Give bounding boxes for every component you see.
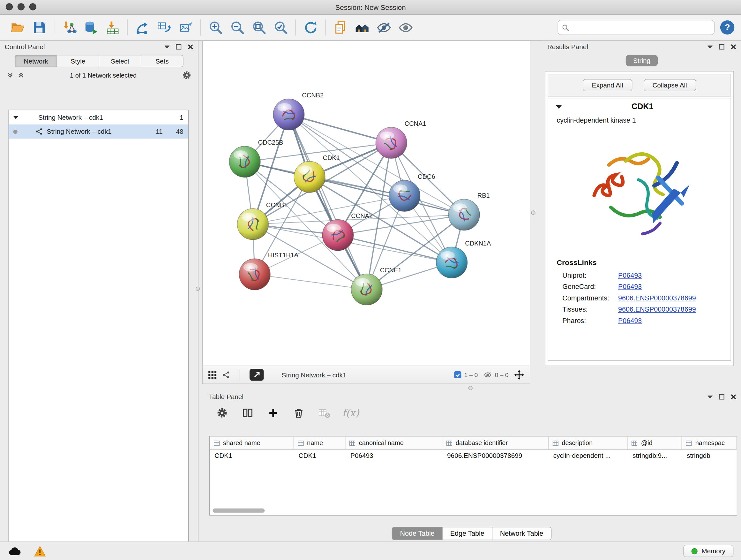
delete-column-button[interactable] [291, 406, 306, 421]
network-view-share-icon[interactable] [222, 371, 230, 379]
help-button[interactable]: ? [720, 20, 734, 35]
node-HIST1H1A[interactable]: HIST1H1A [239, 252, 299, 290]
float-panel-icon[interactable] [719, 44, 724, 50]
column-header[interactable]: description [549, 436, 628, 449]
table-cell[interactable]: cyclin-dependent ... [549, 450, 628, 462]
tab-style[interactable]: Style [57, 55, 99, 67]
tab-string[interactable]: String [625, 55, 658, 66]
panel-menu-icon[interactable] [708, 395, 713, 398]
network-collection-row[interactable]: String Network – cdk1 1 [9, 110, 188, 124]
expand-all-button[interactable]: Expand All [583, 79, 632, 91]
network-from-table-button[interactable] [153, 17, 175, 37]
tab-node-table[interactable]: Node Table [392, 527, 443, 540]
show-columns-button[interactable] [240, 406, 255, 421]
save-floppy-icon [32, 20, 47, 35]
table-horizontal-scrollbar[interactable] [212, 509, 265, 513]
save-session-button[interactable] [28, 17, 50, 37]
node-CDK1[interactable]: CDK1 [294, 154, 340, 192]
new-network-button[interactable] [131, 17, 153, 37]
gene-collapse-icon[interactable] [556, 105, 562, 109]
tab-network-table[interactable]: Network Table [492, 527, 551, 540]
memory-button[interactable]: Memory [684, 545, 733, 557]
column-header[interactable]: namespac [682, 436, 737, 449]
vertical-splitter-handle[interactable] [531, 210, 536, 214]
cloud-icon[interactable] [8, 546, 22, 557]
horizontal-splitter-handle[interactable] [468, 386, 473, 390]
export-image-button[interactable] [175, 17, 197, 37]
warning-icon[interactable] [34, 546, 46, 557]
clipboard-button[interactable] [329, 17, 351, 37]
table-row[interactable]: CDK1CDK1P064939606.ENSP00000378699cyclin… [210, 450, 737, 462]
zoom-out-button[interactable] [226, 17, 248, 37]
expand-tree-icon[interactable] [7, 72, 14, 78]
crosslink-link[interactable]: 9606.ENSP00000378699 [618, 294, 696, 302]
plus-icon [267, 407, 279, 419]
zoom-in-button[interactable] [205, 17, 226, 37]
tab-select[interactable]: Select [99, 55, 141, 67]
crosslink-link[interactable]: P06493 [618, 317, 642, 325]
import-network-database-button[interactable] [80, 17, 102, 37]
import-table-button[interactable] [102, 17, 123, 37]
edge-HIST1H1A-CCNE1[interactable] [255, 274, 367, 289]
tab-network[interactable]: Network [15, 55, 57, 67]
table-cell[interactable]: stringdb [682, 450, 737, 462]
pan-crosshair-icon[interactable] [514, 370, 524, 380]
detach-view-button[interactable] [250, 369, 264, 381]
create-column-button[interactable] [266, 406, 280, 421]
table-cell[interactable]: CDK1 [294, 450, 346, 462]
node-RB1[interactable]: RB1 [448, 192, 489, 230]
collapse-all-button[interactable]: Collapse All [643, 79, 696, 91]
grid-view-icon[interactable] [208, 371, 216, 379]
table-cell[interactable]: 9606.ENSP00000378699 [442, 450, 549, 462]
tree-expander-icon[interactable] [13, 116, 18, 119]
zoom-fit-button[interactable] [248, 17, 270, 37]
import-network-file-button[interactable] [58, 17, 80, 37]
first-neighbors-button[interactable] [351, 17, 373, 37]
column-header[interactable]: name [294, 436, 346, 449]
column-header[interactable]: database identifier [442, 436, 549, 449]
column-header[interactable]: canonical name [346, 436, 442, 449]
zoom-window-button[interactable] [29, 3, 37, 10]
close-panel-icon[interactable] [731, 394, 736, 400]
close-window-button[interactable] [6, 3, 13, 10]
close-panel-icon[interactable] [188, 44, 193, 50]
show-all-button[interactable] [395, 17, 416, 37]
tab-sets[interactable]: Sets [141, 55, 183, 67]
node-CDKN1A[interactable]: CDKN1A [436, 240, 491, 278]
crosslink-link[interactable]: P06493 [618, 271, 642, 279]
table-cell[interactable]: stringdb:9... [628, 450, 682, 462]
node-CCNB1[interactable]: CCNB1 [237, 201, 287, 240]
function-builder-button[interactable]: f(x) [342, 407, 359, 419]
panel-menu-icon[interactable] [708, 45, 713, 48]
refresh-button[interactable] [300, 17, 321, 37]
edge-CCNB2-CCNE1[interactable] [289, 114, 367, 289]
network-canvas[interactable]: CCNB2CCNA1CDC25BCDK1CDC6RB1CCNB1CCNA2CDK… [203, 41, 530, 366]
panel-menu-icon[interactable] [164, 45, 170, 48]
selection-checkbox-icon[interactable] [454, 371, 461, 378]
tab-edge-table[interactable]: Edge Table [442, 527, 492, 540]
table-cell[interactable]: CDK1 [210, 450, 294, 462]
edge-CCNA2-CDKN1A[interactable] [338, 235, 452, 262]
crosslink-link[interactable]: 9606.ENSP00000378699 [618, 306, 696, 313]
search-input[interactable] [572, 23, 711, 31]
float-panel-icon[interactable] [719, 394, 724, 400]
zoom-selected-button[interactable] [270, 17, 292, 37]
table-settings-button[interactable] [214, 406, 229, 421]
delete-table-button[interactable] [317, 406, 332, 421]
column-header[interactable]: @id [628, 436, 682, 449]
node-CCNA1[interactable]: CCNA1 [376, 120, 426, 159]
minimize-window-button[interactable] [17, 3, 24, 10]
network-view[interactable]: CCNB2CCNA1CDC25BCDK1CDC6RB1CCNB1CCNA2CDK… [202, 41, 530, 366]
node-CCNB2[interactable]: CCNB2 [273, 91, 324, 130]
close-panel-icon[interactable] [731, 44, 736, 50]
gear-icon[interactable] [182, 71, 192, 80]
collapse-tree-icon[interactable] [17, 72, 24, 78]
column-header[interactable]: shared name [210, 436, 294, 449]
open-session-button[interactable] [7, 17, 28, 37]
float-panel-icon[interactable] [176, 44, 182, 50]
network-row[interactable]: String Network – cdk1 11 48 [9, 125, 188, 138]
vertical-splitter-handle[interactable] [196, 287, 200, 291]
crosslink-link[interactable]: P06493 [618, 283, 642, 291]
table-cell[interactable]: P06493 [346, 450, 442, 462]
hide-selected-button[interactable] [373, 17, 394, 37]
